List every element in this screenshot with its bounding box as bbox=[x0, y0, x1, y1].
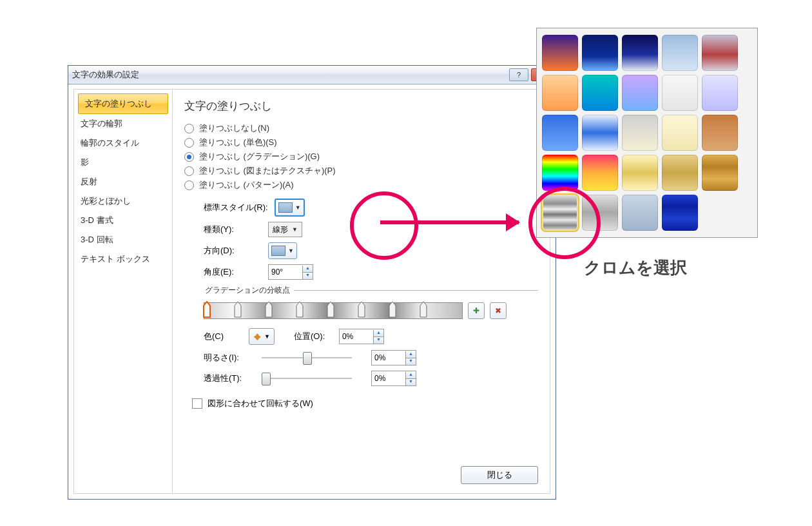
gradient-preset[interactable] bbox=[582, 75, 618, 111]
gradient-preset[interactable] bbox=[542, 115, 578, 151]
dialog-title: 文字の効果の設定 bbox=[72, 69, 507, 81]
spin-down-icon[interactable]: ▼ bbox=[373, 337, 383, 344]
radio-gradient-fill[interactable]: 塗りつぶし (グラデーション)(G) bbox=[184, 151, 538, 162]
position-spinner[interactable]: ▲▼ bbox=[339, 329, 384, 344]
slider-thumb[interactable] bbox=[303, 352, 312, 365]
spin-up-icon[interactable]: ▲ bbox=[373, 330, 383, 337]
radio-picture-fill[interactable]: 塗りつぶし (図またはテクスチャ)(P) bbox=[184, 165, 538, 177]
x-icon: ✖ bbox=[495, 306, 501, 315]
slider-thumb[interactable] bbox=[262, 373, 271, 385]
gradient-stop-track[interactable] bbox=[204, 302, 463, 319]
radio-icon bbox=[184, 180, 194, 190]
spin-up-icon[interactable]: ▲ bbox=[405, 351, 416, 358]
gradient-preset[interactable] bbox=[582, 35, 618, 71]
spin-up-icon[interactable]: ▲ bbox=[302, 266, 313, 273]
annotation-arrow bbox=[380, 220, 519, 224]
text-effects-dialog: 文字の効果の設定 ? × 文字の塗りつぶし 文字の輪郭 輪郭のスタイル 影 反射… bbox=[68, 65, 556, 500]
preset-style-dropdown[interactable]: ▼ bbox=[275, 199, 305, 217]
chevron-down-icon: ▼ bbox=[292, 226, 298, 233]
gradient-stop-handle[interactable] bbox=[202, 300, 211, 320]
angle-input[interactable] bbox=[269, 266, 302, 278]
brightness-input[interactable] bbox=[372, 351, 405, 364]
sidebar-item-label: 3-D 回転 bbox=[81, 235, 113, 244]
chevron-down-icon: ▼ bbox=[295, 204, 301, 211]
dialog-body: 文字の塗りつぶし 文字の輪郭 輪郭のスタイル 影 反射 光彩とぼかし 3-D 書… bbox=[73, 89, 550, 494]
gradient-type-select[interactable]: 線形 ▼ bbox=[268, 222, 302, 237]
gradient-stop-handle[interactable] bbox=[326, 300, 335, 320]
radio-label: 塗りつぶし (パターン)(A) bbox=[199, 179, 294, 191]
sidebar-item-label: 反射 bbox=[81, 177, 97, 186]
sidebar-item-3d-rotation[interactable]: 3-D 回転 bbox=[74, 230, 172, 249]
spin-down-icon[interactable]: ▼ bbox=[302, 273, 313, 279]
gradient-preset[interactable] bbox=[702, 115, 738, 151]
help-button[interactable]: ? bbox=[509, 68, 528, 81]
gradient-preset[interactable] bbox=[662, 115, 698, 151]
fill-panel: 文字の塗りつぶし 塗りつぶしなし(N) 塗りつぶし (単色)(S) 塗りつぶし … bbox=[173, 89, 550, 494]
stop-color-dropdown[interactable]: 🟆 ▼ bbox=[249, 328, 275, 345]
gradient-preset[interactable] bbox=[662, 35, 698, 71]
close-button[interactable]: 閉じる bbox=[461, 466, 538, 484]
gradient-stop-handle[interactable] bbox=[419, 300, 428, 320]
sidebar-item-reflection[interactable]: 反射 bbox=[74, 172, 172, 191]
color-label: 色(C) bbox=[204, 331, 242, 342]
gradient-preset[interactable] bbox=[622, 75, 658, 111]
gradient-preset[interactable] bbox=[542, 155, 578, 191]
gradient-stop-handle[interactable] bbox=[357, 300, 366, 320]
sidebar-item-shadow[interactable]: 影 bbox=[74, 153, 172, 172]
gradient-preset[interactable] bbox=[582, 115, 618, 151]
radio-label: 塗りつぶし (図またはテクスチャ)(P) bbox=[199, 165, 336, 177]
position-input[interactable] bbox=[340, 330, 373, 343]
gradient-preset[interactable] bbox=[542, 75, 578, 111]
radio-icon bbox=[184, 152, 194, 162]
sidebar-item-label: 文字の輪郭 bbox=[81, 119, 122, 128]
radio-label: 塗りつぶし (グラデーション)(G) bbox=[199, 151, 320, 162]
gradient-stop-handle[interactable] bbox=[264, 300, 273, 320]
gradient-stop-handle[interactable] bbox=[295, 300, 304, 320]
spin-up-icon[interactable]: ▲ bbox=[405, 372, 416, 379]
gradient-preset[interactable] bbox=[662, 155, 698, 191]
transparency-spinner[interactable]: ▲▼ bbox=[371, 371, 416, 386]
sidebar-item-text-outline[interactable]: 文字の輪郭 bbox=[74, 114, 172, 133]
gradient-preset[interactable] bbox=[622, 115, 658, 151]
gradient-stop-handle[interactable] bbox=[233, 300, 242, 320]
radio-icon bbox=[184, 166, 194, 176]
gradient-preset[interactable] bbox=[582, 155, 618, 191]
transparency-input[interactable] bbox=[372, 372, 405, 385]
angle-spinner[interactable]: ▲▼ bbox=[268, 264, 313, 280]
gradient-preset[interactable] bbox=[702, 155, 738, 191]
radio-no-fill[interactable]: 塗りつぶしなし(N) bbox=[184, 122, 538, 134]
gradient-preset[interactable] bbox=[702, 75, 738, 111]
brightness-slider[interactable] bbox=[262, 355, 352, 360]
brightness-spinner[interactable]: ▲▼ bbox=[371, 350, 416, 365]
radio-solid-fill[interactable]: 塗りつぶし (単色)(S) bbox=[184, 137, 538, 148]
sidebar-item-text-fill[interactable]: 文字の塗りつぶし bbox=[78, 93, 168, 114]
sidebar-item-textbox[interactable]: テキスト ボックス bbox=[74, 249, 172, 269]
add-stop-button[interactable]: ✚ bbox=[468, 302, 485, 319]
gradient-preset[interactable] bbox=[662, 195, 698, 231]
remove-stop-button[interactable]: ✖ bbox=[490, 302, 507, 319]
annotation-circle bbox=[528, 187, 601, 259]
rotate-with-shape-checkbox[interactable]: 図形に合わせて回転する(W) bbox=[192, 398, 538, 409]
sidebar-item-outline-style[interactable]: 輪郭のスタイル bbox=[74, 133, 172, 153]
gradient-stop-handle[interactable] bbox=[388, 300, 397, 320]
gradient-preset[interactable] bbox=[702, 35, 738, 71]
gradient-preset[interactable] bbox=[542, 35, 578, 71]
transparency-slider[interactable] bbox=[262, 376, 352, 381]
annotation-circle bbox=[350, 191, 418, 260]
plus-icon: ✚ bbox=[473, 306, 479, 315]
spin-down-icon[interactable]: ▼ bbox=[405, 379, 416, 385]
stops-legend: グラデーションの分岐点 bbox=[204, 285, 294, 296]
spin-down-icon[interactable]: ▼ bbox=[405, 358, 416, 365]
radio-pattern-fill[interactable]: 塗りつぶし (パターン)(A) bbox=[184, 179, 538, 191]
gradient-stops-group: グラデーションの分岐点 ✚ ✖ bbox=[204, 285, 538, 390]
gradient-preset[interactable] bbox=[622, 195, 658, 231]
sidebar-item-3d-format[interactable]: 3-D 書式 bbox=[74, 211, 172, 230]
direction-dropdown[interactable]: ▼ bbox=[268, 242, 297, 259]
annotation-text: クロムを選択 bbox=[584, 257, 687, 279]
gradient-preset[interactable] bbox=[662, 75, 698, 111]
gradient-preset[interactable] bbox=[622, 35, 658, 71]
radio-label: 塗りつぶしなし(N) bbox=[199, 122, 269, 134]
sidebar-item-glow-softedges[interactable]: 光彩とぼかし bbox=[74, 191, 172, 211]
angle-label: 角度(E): bbox=[204, 266, 262, 278]
gradient-preset[interactable] bbox=[622, 155, 658, 191]
